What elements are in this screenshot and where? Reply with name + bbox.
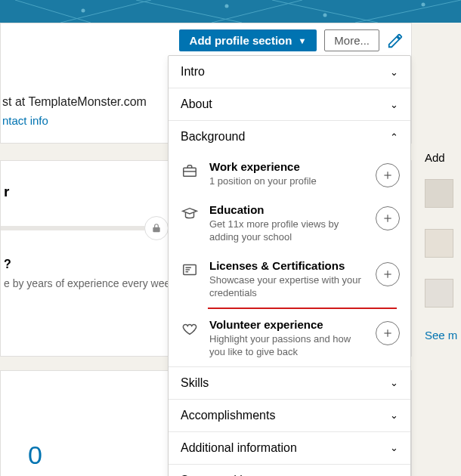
add-education-button[interactable] (376, 206, 400, 230)
bg-item-title: Licenses & Certifications (209, 259, 365, 272)
bg-item-subtitle: 1 position on your profile (209, 175, 365, 188)
prompt-question-fragment: ? (4, 258, 11, 271)
background-item-licenses: Licenses & Certifications Showcase your … (169, 252, 410, 308)
bg-item-subtitle: Get 11x more profile views by adding you… (209, 218, 365, 244)
bg-item-title: Education (209, 203, 365, 216)
rail-thumbnail[interactable] (425, 229, 453, 258)
edit-pencil-icon[interactable] (387, 32, 404, 49)
dropdown-label: Additional information (181, 441, 297, 455)
chevron-down-icon: ⌄ (390, 410, 398, 421)
right-rail: Add See m (425, 151, 461, 342)
bg-item-subtitle: Showcase your expertise with your creden… (209, 274, 365, 300)
dropdown-item-skills[interactable]: Skills ⌄ (169, 367, 410, 400)
lock-icon (144, 216, 169, 240)
add-work-experience-button[interactable] (376, 163, 400, 187)
highlight-underline (208, 308, 397, 309)
background-item-volunteer: Volunteer experience Highlight your pass… (169, 311, 410, 366)
add-section-dropdown: Intro ⌄ About ⌄ Background ⌃ (168, 55, 411, 476)
rail-heading-fragment: Add (425, 151, 461, 164)
dropdown-item-about[interactable]: About ⌄ (169, 88, 410, 121)
education-icon (181, 205, 199, 223)
svg-rect-11 (184, 168, 196, 176)
dropdown-label: Background (181, 130, 245, 144)
svg-point-10 (422, 3, 425, 7)
chevron-down-icon: ⌄ (390, 99, 398, 110)
bg-item-title: Work experience (209, 160, 365, 173)
chevron-down-icon: ⌄ (390, 377, 398, 388)
background-item-work-experience: Work experience 1 position on your profi… (169, 153, 410, 196)
svg-point-9 (323, 14, 327, 17)
profile-hero-banner (0, 0, 461, 23)
prompt-subtext-fragment: e by years of experience every week (4, 277, 193, 289)
dropdown-item-additional-info[interactable]: Additional information ⌄ (169, 432, 410, 465)
bg-item-title: Volunteer experience (209, 318, 365, 331)
profile-toolbar: Add profile section ▼ More... (179, 29, 404, 51)
see-more-link[interactable]: See m (425, 329, 461, 342)
dropdown-label: Accomplishments (181, 409, 275, 422)
chevron-down-icon: ⌄ (390, 66, 398, 78)
chevron-down-icon: ⌄ (390, 442, 398, 453)
briefcase-icon (181, 162, 199, 180)
dropdown-item-supported-languages[interactable]: Supported languages ⌄ (169, 465, 410, 476)
dropdown-item-intro[interactable]: Intro ⌄ (169, 56, 410, 88)
dropdown-label: About (181, 97, 212, 111)
dropdown-item-accomplishments[interactable]: Accomplishments ⌄ (169, 400, 410, 432)
bg-item-subtitle: Highlight your passions and how you like… (209, 332, 365, 359)
background-submenu: Work experience 1 position on your profi… (169, 153, 410, 367)
background-item-education: Education Get 11x more profile views by … (169, 196, 410, 252)
add-licenses-button[interactable] (376, 262, 400, 286)
profile-headline: st at TemplateMonster.com (1, 95, 147, 109)
progress-track (1, 226, 167, 230)
chevron-up-icon: ⌃ (390, 131, 398, 143)
activity-count: 0 (28, 440, 42, 470)
rail-thumbnail[interactable] (425, 179, 453, 208)
dropdown-label: Skills (181, 376, 209, 390)
dropdown-label: Intro (181, 65, 205, 79)
svg-point-7 (82, 9, 85, 13)
card-title-fragment: r (4, 184, 9, 200)
caret-down-icon: ▼ (298, 36, 306, 45)
contact-info-link[interactable]: ntact info (1, 114, 48, 127)
add-profile-section-label: Add profile section (190, 34, 292, 47)
svg-point-8 (225, 5, 229, 8)
dropdown-item-background[interactable]: Background ⌃ (169, 121, 410, 153)
more-button[interactable]: More... (324, 29, 379, 51)
add-volunteer-button[interactable] (376, 321, 400, 345)
heart-hands-icon (181, 320, 199, 338)
svg-rect-0 (0, 0, 461, 23)
certificate-icon (181, 261, 199, 279)
add-profile-section-button[interactable]: Add profile section ▼ (179, 29, 317, 51)
rail-thumbnail[interactable] (425, 279, 453, 308)
